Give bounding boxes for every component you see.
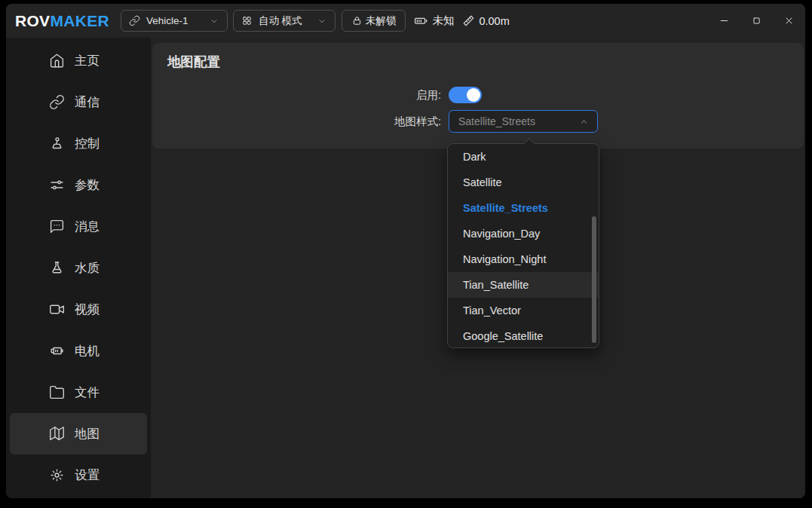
satellite-icon: [538, 14, 551, 27]
option-dark[interactable]: Dark: [448, 144, 599, 170]
map-style-select-value: Satellite_Streets: [458, 115, 535, 127]
sidebar-item-label: 消息: [75, 219, 100, 235]
sidebar-item-map[interactable]: 地图: [10, 413, 147, 454]
dropdown-options: DarkSatelliteSatellite_StreetsNavigation…: [448, 144, 599, 349]
sidebar-item-label: 控制: [75, 136, 100, 152]
arm-button-label: 未解锁: [366, 14, 397, 28]
sidebar-item-label: 水质: [75, 260, 100, 277]
status-cluster: 未知 0.00m: [414, 14, 614, 28]
sliders-icon: [49, 177, 65, 193]
mode-select[interactable]: 自动 模式: [233, 10, 336, 32]
sidebar-item-settings[interactable]: 设置: [10, 454, 147, 496]
sidebar-item-label: 设置: [75, 467, 100, 484]
option-tian-vector[interactable]: Tian_Vector: [448, 298, 599, 323]
toggle-knob: [467, 88, 480, 102]
grid-icon: [241, 15, 253, 26]
home-icon: [49, 53, 65, 69]
sidebar-item-label: 地图: [75, 426, 100, 442]
dropdown-scrollbar-thumb[interactable]: [592, 216, 596, 343]
sidebar-item-label: 视频: [75, 301, 100, 318]
mode-select-value: 自动 模式: [259, 14, 302, 28]
battery-status: 未知: [414, 14, 454, 28]
joystick-icon: [49, 136, 65, 151]
depth-status: 0.00m: [462, 14, 509, 27]
vehicle-select-value: Vehicle-1: [146, 15, 188, 26]
option-satellite-streets[interactable]: Satellite_Streets: [448, 195, 599, 221]
map-style-label: 地图样式:: [152, 115, 441, 129]
logo-text-blue: MAKER: [50, 12, 109, 29]
app-logo: ROVMAKER: [15, 12, 109, 30]
sidebar-item-label: 参数: [75, 177, 100, 194]
sidebar: 主页 通信 控制 参数 消息 水质 视频 电机: [6, 38, 151, 498]
sidebar-item-comms[interactable]: 通信: [10, 81, 147, 123]
enable-toggle[interactable]: [449, 87, 482, 103]
battery-status-text: 未知: [432, 14, 454, 28]
enable-label: 启用:: [152, 88, 441, 103]
sidebar-item-water-quality[interactable]: 水质: [10, 247, 147, 289]
sidebar-item-messages[interactable]: 消息: [10, 206, 147, 247]
motor-icon: [49, 343, 65, 359]
sidebar-item-label: 电机: [75, 343, 100, 360]
option-google-satellite[interactable]: Google_Satellite: [448, 323, 599, 349]
enable-row: 启用:: [152, 87, 482, 103]
sidebar-item-home[interactable]: 主页: [10, 40, 147, 81]
video-camera-icon: [49, 301, 65, 317]
app-window: ROVMAKER Vehicle-1 自动 模式 未解锁 未知 0.00m: [6, 4, 805, 498]
sidebar-item-control[interactable]: 控制: [10, 123, 147, 164]
option-navigation-day[interactable]: Navigation_Day: [448, 221, 599, 246]
battery-icon: [414, 14, 428, 28]
sidebar-item-label: 文件: [75, 384, 100, 401]
map-style-row: 地图样式: Satellite_Streets: [152, 110, 598, 133]
option-tian-satellite[interactable]: Tian_Satellite: [448, 272, 599, 298]
dropdown-option-label: Dark: [463, 151, 486, 163]
sidebar-item-label: 主页: [75, 53, 100, 69]
maximize-button[interactable]: [740, 4, 773, 38]
folder-icon: [49, 384, 65, 400]
ruler-icon: [462, 14, 475, 27]
thermometer-icon: [579, 14, 592, 27]
chevron-down-icon: [317, 16, 327, 26]
link-icon: [49, 94, 65, 110]
chevron-down-icon: [209, 16, 219, 26]
close-icon: [783, 14, 795, 27]
dropdown-option-label: Satellite: [463, 176, 502, 188]
chevron-up-icon: [578, 116, 590, 127]
titlebar: ROVMAKER Vehicle-1 自动 模式 未解锁 未知 0.00m: [6, 4, 805, 38]
dropdown-option-label: Tian_Satellite: [463, 279, 529, 291]
link-icon: [129, 15, 140, 26]
sidebar-item-files[interactable]: 文件: [10, 372, 147, 413]
gear-icon: [49, 467, 65, 483]
vehicle-select[interactable]: Vehicle-1: [121, 10, 228, 32]
dropdown-option-label: Google_Satellite: [463, 330, 543, 342]
dropdown-option-label: Navigation_Night: [463, 253, 546, 265]
dropdown-option-label: Tian_Vector: [463, 304, 521, 317]
option-satellite[interactable]: Satellite: [448, 170, 599, 195]
logo-text-white: ROV: [15, 12, 50, 29]
minimize-icon: [718, 14, 731, 27]
sidebar-item-label: 通信: [75, 94, 100, 111]
sidebar-item-video[interactable]: 视频: [10, 289, 147, 330]
map-config-panel: 地图配置 启用: 地图样式: Satellite_Streets: [152, 43, 804, 148]
arm-button[interactable]: 未解锁: [342, 10, 406, 32]
gauge-icon: [518, 14, 531, 27]
propeller-icon: [559, 14, 571, 27]
lock-icon: [351, 15, 363, 26]
map-style-dropdown: DarkSatelliteSatellite_StreetsNavigation…: [447, 143, 599, 348]
close-button[interactable]: [773, 4, 805, 38]
option-navigation-night[interactable]: Navigation_Night: [448, 246, 599, 272]
depth-status-text: 0.00m: [479, 15, 509, 27]
map-style-select[interactable]: Satellite_Streets: [449, 110, 598, 133]
window-controls: [708, 4, 805, 38]
minimize-button[interactable]: [708, 4, 740, 38]
maximize-icon: [750, 14, 763, 27]
message-icon: [49, 219, 65, 234]
flask-icon: [49, 260, 65, 276]
dropdown-option-label: Satellite_Streets: [463, 202, 548, 214]
status-icons: [518, 14, 612, 27]
sidebar-item-motors[interactable]: 电机: [10, 330, 147, 372]
page-title: 地图配置: [167, 53, 220, 71]
sidebar-item-params[interactable]: 参数: [10, 164, 147, 206]
dropdown-option-label: Navigation_Day: [463, 228, 540, 240]
map-icon: [49, 426, 65, 442]
dial-icon: [599, 14, 612, 27]
